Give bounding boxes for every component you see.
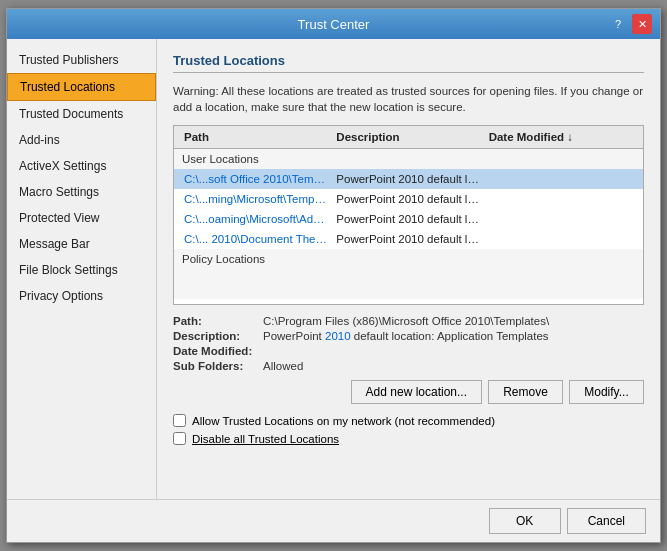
table-row[interactable]: C:\...oaming\Microsoft\Addins\ PowerPoin…	[174, 209, 643, 229]
detail-description-row: Description: PowerPoint 2010 default loc…	[173, 330, 644, 342]
sidebar-item-protected-view[interactable]: Protected View	[7, 205, 156, 231]
disable-trusted-locations-row: Disable all Trusted Locations	[173, 432, 644, 445]
sidebar-item-file-block-settings[interactable]: File Block Settings	[7, 257, 156, 283]
main-content: Trusted Locations Warning: All these loc…	[157, 39, 660, 499]
dialog-body: Trusted Publishers Trusted Locations Tru…	[7, 39, 660, 499]
help-button[interactable]: ?	[608, 14, 628, 34]
table-header: Path Description Date Modified ↓	[174, 126, 643, 149]
disable-trusted-locations-label: Disable all Trusted Locations	[192, 433, 339, 445]
table-row[interactable]: C:\...soft Office 2010\Templates\ PowerP…	[174, 169, 643, 189]
row-date	[485, 211, 637, 227]
detail-description-label: Description:	[173, 330, 263, 342]
policy-locations-label: Policy Locations	[174, 249, 643, 299]
sidebar-item-macro-settings[interactable]: Macro Settings	[7, 179, 156, 205]
allow-trusted-locations-label: Allow Trusted Locations on my network (n…	[192, 415, 495, 427]
detail-subfolders-value: Allowed	[263, 360, 644, 372]
detail-description-value: PowerPoint 2010 default location: Applic…	[263, 330, 644, 342]
sidebar-item-add-ins[interactable]: Add-ins	[7, 127, 156, 153]
detail-section: Path: C:\Program Files (x86)\Microsoft O…	[173, 315, 644, 372]
warning-text: Warning: All these locations are treated…	[173, 83, 644, 115]
close-button[interactable]: ✕	[632, 14, 652, 34]
row-path: C:\...soft Office 2010\Templates\	[180, 171, 332, 187]
detail-path-row: Path: C:\Program Files (x86)\Microsoft O…	[173, 315, 644, 327]
detail-subfolders-label: Sub Folders:	[173, 360, 263, 372]
dialog-title: Trust Center	[59, 17, 608, 32]
sidebar: Trusted Publishers Trusted Locations Tru…	[7, 39, 157, 499]
detail-subfolders-row: Sub Folders: Allowed	[173, 360, 644, 372]
locations-table-box: Path Description Date Modified ↓ User Lo…	[173, 125, 644, 305]
location-buttons-row: Add new location... Remove Modify...	[173, 380, 644, 404]
detail-date-modified-label: Date Modified:	[173, 345, 263, 357]
dialog-footer: OK Cancel	[7, 499, 660, 542]
allow-trusted-locations-row: Allow Trusted Locations on my network (n…	[173, 414, 644, 427]
header-date-modified: Date Modified ↓	[485, 129, 637, 145]
detail-date-modified-value	[263, 345, 644, 357]
header-path: Path	[180, 129, 332, 145]
row-date	[485, 171, 637, 187]
row-date	[485, 191, 637, 207]
title-bar: Trust Center ? ✕	[7, 9, 660, 39]
detail-path-value: C:\Program Files (x86)\Microsoft Office …	[263, 315, 644, 327]
sidebar-item-trusted-locations[interactable]: Trusted Locations	[7, 73, 156, 101]
row-path: C:\...oaming\Microsoft\Addins\	[180, 211, 332, 227]
sidebar-item-trusted-documents[interactable]: Trusted Documents	[7, 101, 156, 127]
sidebar-item-activex-settings[interactable]: ActiveX Settings	[7, 153, 156, 179]
table-row[interactable]: C:\... 2010\Document Themes 14\ PowerPoi…	[174, 229, 643, 249]
table-row[interactable]: C:\...ming\Microsoft\Templates\ PowerPoi…	[174, 189, 643, 209]
trust-center-dialog: Trust Center ? ✕ Trusted Publishers Trus…	[6, 8, 661, 543]
disable-trusted-locations-checkbox[interactable]	[173, 432, 186, 445]
detail-date-modified-row: Date Modified:	[173, 345, 644, 357]
row-description: PowerPoint 2010 default locati...	[332, 231, 484, 247]
section-title: Trusted Locations	[173, 53, 644, 73]
row-path: C:\... 2010\Document Themes 14\	[180, 231, 332, 247]
title-bar-controls: ? ✕	[608, 14, 652, 34]
sidebar-item-trusted-publishers[interactable]: Trusted Publishers	[7, 47, 156, 73]
allow-trusted-locations-checkbox[interactable]	[173, 414, 186, 427]
remove-button[interactable]: Remove	[488, 380, 563, 404]
cancel-button[interactable]: Cancel	[567, 508, 646, 534]
user-locations-label: User Locations	[174, 149, 643, 169]
modify-button[interactable]: Modify...	[569, 380, 644, 404]
add-new-location-button[interactable]: Add new location...	[351, 380, 482, 404]
row-description: PowerPoint 2010 default locati...	[332, 191, 484, 207]
sidebar-item-privacy-options[interactable]: Privacy Options	[7, 283, 156, 309]
header-description: Description	[332, 129, 484, 145]
ok-button[interactable]: OK	[489, 508, 561, 534]
row-description: PowerPoint 2010 default locati...	[332, 211, 484, 227]
detail-path-label: Path:	[173, 315, 263, 327]
row-path: C:\...ming\Microsoft\Templates\	[180, 191, 332, 207]
sidebar-item-message-bar[interactable]: Message Bar	[7, 231, 156, 257]
row-description: PowerPoint 2010 default locati...	[332, 171, 484, 187]
row-date	[485, 231, 637, 247]
